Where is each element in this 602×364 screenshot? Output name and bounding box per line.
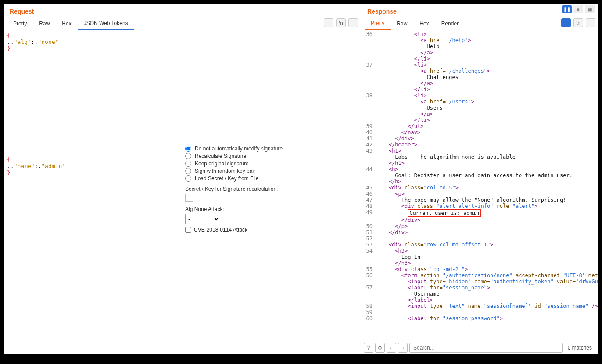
jwt-payload-editor[interactable]: { .."name":."admin" } [4,154,179,278]
code-line: 37 <li> [361,62,598,68]
code-line: 39 </ul> [361,123,598,129]
code-line: </h3> [361,260,598,266]
signature-options: Do not automatically modify signature Re… [179,30,361,354]
code-line: 56 <form action="/authentication/none" a… [361,272,598,278]
layout-v-icon[interactable]: ▦ [585,5,595,13]
search-input[interactable] [409,343,563,353]
menu-icon[interactable]: ≡ [586,18,595,27]
lbl-load: Load Secret / Key from File [195,175,258,182]
code-line: 60 <label for="session_password"> [361,315,598,321]
request-tabs: Pretty Raw Hex JSON Web Tokens ≡ \n ≡ [4,18,361,30]
response-panel: ❚❚ ≡ ▦ Response Pretty Raw Hex Render ≡ … [361,4,598,354]
lbl-no-modify: Do not automatically modify signature [195,146,283,152]
code-line: 46 <p> [361,191,598,197]
resp-tab-hex[interactable]: Hex [413,18,435,29]
tab-jwt[interactable]: JSON Web Tokens [78,18,134,30]
code-line: </div> [361,217,598,223]
request-panel: Request Pretty Raw Hex JSON Web Tokens ≡… [4,4,361,354]
layout-h-icon[interactable]: ≡ [573,5,583,13]
code-line: </li> [361,86,598,93]
matches-count: 0 matches [564,345,595,351]
menu-icon[interactable]: ≡ [348,18,358,27]
resp-tab-render[interactable]: Render [435,18,465,29]
code-line: </a> [361,111,598,117]
code-line: </label> [361,297,598,303]
pause-button[interactable]: ❚❚ [562,5,572,13]
code-line: Users [361,105,598,111]
newline-icon[interactable]: \n [336,18,346,27]
response-body[interactable]: 36 <li> <a href="/help"> Help </a> </li>… [361,30,598,341]
code-line: 36 <li> [361,31,598,37]
code-line: 50 </p> [361,223,598,229]
code-line: </li> [361,117,598,123]
code-line: 58 <input type="text" name="session[name… [361,303,598,309]
radio-load[interactable] [185,175,191,182]
tab-raw[interactable]: Raw [33,18,56,29]
code-line: 48 <div class="alert alert-info" role="a… [361,203,598,209]
code-line: Username [361,291,598,297]
code-line: 47 The code may allow the "None" algorit… [361,197,598,203]
search-bar: ? ⚙ ← → 0 matches [361,341,598,354]
code-line: 40 </nav> [361,129,598,136]
code-line: 38 <li> [361,93,598,99]
lbl-recalc: Recalculate Signature [195,153,246,159]
jwt-header-editor[interactable]: { .."alg":."none" } [4,30,179,154]
code-line: <a href="/challenges"> [361,68,598,74]
lbl-keep: Keep original signature [195,161,249,167]
code-line: 54 <h3> [361,248,598,254]
request-title: Request [4,4,361,18]
code-line: Goal: Register a user and gain access to… [361,172,598,178]
code-line: <input type="hidden" name="authenticity_… [361,278,598,285]
code-line: 53 <div class="row col-md-offset-1"> [361,242,598,248]
code-line: </a> [361,80,598,86]
cve-checkbox[interactable] [185,227,191,233]
code-line: </h> [361,178,598,185]
tab-hex[interactable]: Hex [56,18,77,29]
wrap-icon[interactable]: ≡ [561,18,571,27]
radio-recalc[interactable] [185,153,191,159]
code-line: 45 <div class="col-md-5"> [361,185,598,191]
back-icon[interactable]: ← [387,343,396,353]
code-line: <a href="/help"> [361,37,598,43]
code-line: 49 Current user is: admin [361,209,598,217]
code-line: 51 </div> [361,229,598,236]
code-line: 52 [361,236,598,242]
code-line: </a> [361,50,598,56]
wrap-icon[interactable]: ≡ [324,18,333,27]
alg-none-label: Alg None Attack: [185,206,355,212]
resp-tab-pretty[interactable]: Pretty [365,18,391,30]
secret-key-input[interactable] [185,194,193,202]
code-line: Log In [361,254,598,260]
radio-no-modify[interactable] [185,146,191,152]
code-line: 41 </div> [361,136,598,142]
code-line: </h1> [361,160,598,166]
alg-none-select[interactable]: - [185,214,220,224]
tab-pretty[interactable]: Pretty [7,18,33,29]
jwt-signature-editor[interactable] [4,278,179,354]
help-icon[interactable]: ? [364,343,373,353]
gear-icon[interactable]: ⚙ [375,343,385,353]
code-line: Challenges [361,74,598,80]
response-tabs: Pretty Raw Hex Render ≡ \n ≡ [361,18,598,30]
lbl-random: Sign with random key pair [195,168,255,174]
radio-keep[interactable] [185,161,191,167]
code-line: Labs - The algorithm none is available [361,154,598,160]
radio-random[interactable] [185,168,191,174]
code-line: 42 </header> [361,142,598,148]
code-line: <a href="/users"> [361,99,598,105]
newline-icon[interactable]: \n [573,18,583,27]
code-line: 57 <label for="session_name"> [361,285,598,291]
code-line: 44 <h> [361,166,598,172]
code-line: 43 <h1> [361,148,598,154]
code-line: 59 [361,309,598,315]
code-line: Help [361,43,598,50]
secret-key-label: Secret / Key for Signature recalculation… [185,186,355,192]
forward-icon[interactable]: → [398,343,408,353]
code-line: 55 <div class="col-md-2 "> [361,266,598,272]
code-line: </li> [361,56,598,62]
cve-label: CVE-2018-0114 Attack [194,227,247,233]
resp-tab-raw[interactable]: Raw [391,18,413,29]
